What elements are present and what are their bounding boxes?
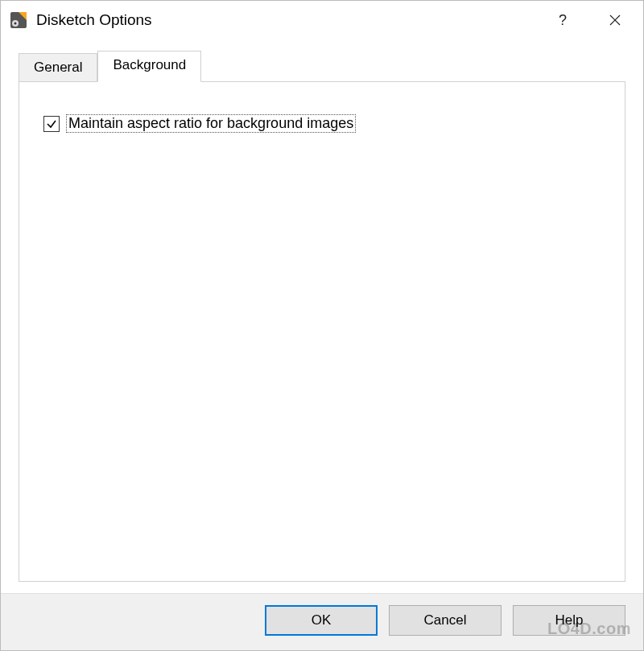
cancel-button[interactable]: Cancel xyxy=(389,605,502,636)
help-button-label: Help xyxy=(555,612,584,628)
ok-button[interactable]: OK xyxy=(265,605,378,636)
titlebar-controls: ? xyxy=(539,1,643,39)
tab-background[interactable]: Background xyxy=(97,51,201,82)
titlebar: Disketch Options ? xyxy=(1,1,643,39)
tab-general[interactable]: General xyxy=(19,53,97,81)
dialog-window: Disketch Options ? General Background xyxy=(0,0,644,651)
tabs-header: General Background xyxy=(19,51,625,81)
tab-background-label: Background xyxy=(113,57,186,72)
maintain-aspect-row: Maintain aspect ratio for background ima… xyxy=(43,114,601,133)
close-icon xyxy=(609,14,621,26)
svg-point-3 xyxy=(14,23,17,25)
help-button-footer[interactable]: Help xyxy=(513,605,625,636)
check-icon xyxy=(46,118,57,130)
cancel-button-label: Cancel xyxy=(424,612,467,628)
maintain-aspect-checkbox[interactable] xyxy=(43,116,60,132)
tab-general-label: General xyxy=(34,60,82,75)
app-icon xyxy=(9,10,28,30)
help-icon: ? xyxy=(559,12,567,29)
help-button[interactable]: ? xyxy=(539,1,587,39)
close-button[interactable] xyxy=(587,1,643,39)
tab-panel-background: Maintain aspect ratio for background ima… xyxy=(19,81,625,582)
content-area: General Background Maintain aspect ratio… xyxy=(1,39,643,593)
button-row: OK Cancel Help xyxy=(1,593,643,650)
maintain-aspect-label[interactable]: Maintain aspect ratio for background ima… xyxy=(66,114,356,133)
ok-button-label: OK xyxy=(312,612,332,628)
window-title: Disketch Options xyxy=(36,11,539,29)
tabs-container: General Background Maintain aspect ratio… xyxy=(19,51,625,582)
